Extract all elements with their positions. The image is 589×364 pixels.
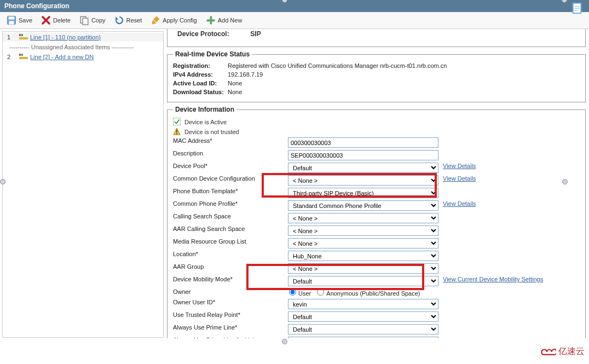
svg-rect-15	[176, 134, 177, 135]
description-input[interactable]	[288, 150, 438, 160]
activeload-label: Active Load ID:	[173, 80, 228, 86]
toolbar: Save Delete Copy Reset Apply Config Add …	[0, 12, 589, 29]
mac-input[interactable]	[288, 137, 438, 148]
copy-button[interactable]: Copy	[76, 14, 109, 26]
pencil-icon	[151, 15, 160, 25]
cdc-label: Common Device Configuration	[173, 175, 288, 186]
device-info-panel: Device Information Device is Active Devi…	[167, 106, 586, 338]
save-button[interactable]: Save	[3, 14, 36, 26]
cpp-label: Common Phone Profile*	[173, 200, 288, 211]
utrp-select[interactable]: Default	[288, 311, 438, 322]
svg-rect-6	[206, 20, 215, 22]
pbt-label: Phone Button Template*	[173, 188, 288, 198]
aupl-select[interactable]: Default	[288, 324, 438, 334]
view-details-link[interactable]: View Details	[443, 163, 476, 173]
row-number: 1	[7, 34, 18, 41]
registration-value: Registered with Cisco Unified Communicat…	[228, 62, 580, 69]
aargroup-select[interactable]: < None >	[288, 263, 438, 274]
copy-icon	[79, 15, 89, 25]
owner-anon-label: Anonymous (Public/Shared Space)	[326, 290, 420, 297]
line-link[interactable]: Line [1] - 110 (no partition)	[30, 34, 101, 41]
owner-label: Owner	[173, 288, 288, 297]
svg-rect-7	[19, 34, 21, 36]
content-panel: Device Protocol: SIP Real-time Device St…	[164, 29, 589, 338]
svg-rect-14	[176, 130, 177, 132]
line-row: 1 Line [1] - 110 (no partition)	[3, 33, 163, 42]
ipv4-label: IPv4 Address:	[173, 71, 228, 78]
add-new-button[interactable]: Add New	[203, 14, 246, 26]
mrgl-label: Media Resource Group List	[173, 238, 288, 249]
device-info-legend: Device Information	[173, 106, 236, 113]
row-number: 2	[7, 54, 18, 60]
realtime-status-panel: Real-time Device Status Registration:Reg…	[167, 50, 586, 102]
line-icon	[18, 54, 30, 60]
aarcss-label: AAR Calling Search Space	[173, 226, 288, 236]
auplvm-label: Always Use Prime Line for Voice Message*	[173, 337, 288, 338]
view-details-link[interactable]: View Details	[443, 200, 476, 211]
apply-config-button[interactable]: Apply Config	[147, 14, 200, 26]
dmm-select[interactable]: Default	[288, 276, 438, 286]
disk-icon	[7, 15, 16, 25]
reset-icon	[114, 15, 124, 25]
devicepool-label: Device Pool*	[173, 163, 288, 173]
plus-icon	[206, 15, 216, 25]
svg-rect-10	[19, 54, 21, 56]
css-label: Calling Search Space	[173, 213, 288, 223]
ownerid-label: Owner User ID*	[173, 299, 288, 309]
view-details-link[interactable]: View Details	[443, 175, 476, 186]
location-select[interactable]: Hub_None	[288, 251, 438, 261]
svg-rect-4	[83, 18, 88, 25]
description-label: Description	[173, 150, 288, 160]
line-row: 2 Line [2] - Add a new DN	[3, 53, 163, 61]
owner-user-label: User	[298, 290, 311, 297]
check-icon	[173, 119, 183, 125]
unassigned-label: ---------- Unassigned Associated Items -…	[3, 42, 163, 53]
ownerid-select[interactable]: kevin	[288, 299, 438, 309]
download-label: Download Status:	[173, 89, 228, 95]
device-active-label: Device is Active	[184, 119, 227, 125]
line-icon	[18, 34, 30, 41]
owner-anon-radio[interactable]	[317, 288, 324, 296]
svg-rect-13	[173, 118, 181, 125]
pbt-select[interactable]: Third-party SIP Device (Basic)	[288, 188, 438, 198]
svg-rect-1	[9, 16, 15, 19]
dmm-label: Device Mobility Mode*	[173, 276, 288, 286]
protocol-label: Device Protocol:	[177, 30, 249, 38]
realtime-legend: Real-time Device Status	[173, 50, 252, 58]
svg-rect-11	[21, 54, 23, 56]
device-nottrusted-label: Device is not trusted	[184, 129, 239, 135]
window-title: Phone Configuration	[0, 0, 589, 12]
aargroup-label: AAR Group	[173, 263, 288, 274]
x-icon	[41, 15, 51, 25]
document-icon	[571, 2, 584, 15]
add-dn-link[interactable]: Line [2] - Add a new DN	[30, 54, 94, 60]
association-panel: 1 Line [1] - 110 (no partition) --------…	[2, 31, 164, 338]
ipv4-value: 192.168.7.19	[228, 71, 580, 78]
cdc-select[interactable]: < None >	[288, 175, 438, 186]
delete-button[interactable]: Delete	[38, 14, 74, 26]
protocol-value: SIP	[250, 30, 261, 38]
registration-label: Registration:	[173, 62, 228, 69]
aupl-label: Always Use Prime Line*	[173, 324, 288, 334]
svg-rect-9	[19, 37, 28, 39]
download-value: None	[228, 89, 580, 95]
devicepool-select[interactable]: Default	[288, 163, 438, 173]
svg-rect-2	[9, 21, 14, 25]
css-select[interactable]: < None >	[288, 213, 438, 223]
svg-rect-8	[21, 34, 23, 36]
owner-user-radio[interactable]	[289, 288, 296, 296]
auplvm-select[interactable]: Default	[288, 337, 438, 338]
mac-label: MAC Address*	[173, 137, 288, 148]
resize-handle[interactable]	[0, 179, 5, 184]
utrp-label: Use Trusted Relay Point*	[173, 311, 288, 322]
reset-button[interactable]: Reset	[111, 14, 146, 26]
svg-rect-12	[19, 57, 28, 59]
location-label: Location*	[173, 251, 288, 261]
mrgl-select[interactable]: < None >	[288, 238, 438, 249]
activeload-value: None	[228, 80, 580, 86]
view-mobility-link[interactable]: View Current Device Mobility Settings	[443, 276, 543, 286]
aarcss-select[interactable]: < None >	[288, 226, 438, 236]
warning-icon	[173, 129, 183, 135]
resize-handle[interactable]	[562, 179, 568, 184]
cpp-select[interactable]: Standard Common Phone Profile	[288, 200, 438, 211]
